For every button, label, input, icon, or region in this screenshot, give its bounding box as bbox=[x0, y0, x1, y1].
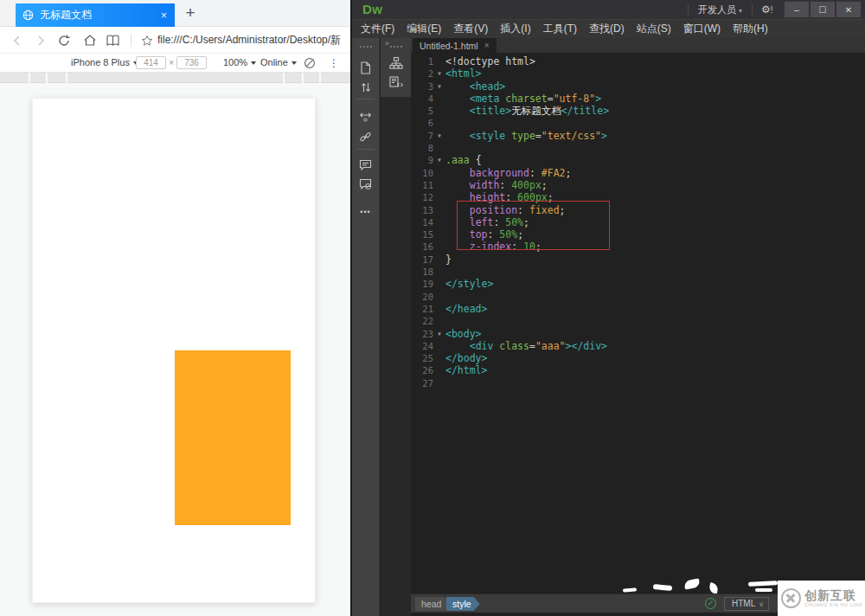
code-line[interactable]: 23▼<body> bbox=[411, 328, 865, 340]
code-line[interactable]: 11 width: 400px; bbox=[411, 179, 865, 191]
minimize-button[interactable]: – bbox=[785, 2, 809, 17]
remove-comment-icon[interactable] bbox=[358, 176, 374, 192]
panel-grip[interactable] bbox=[360, 46, 372, 48]
code-line[interactable]: 19</style> bbox=[411, 278, 865, 290]
more-options-icon[interactable]: ⋮ bbox=[327, 54, 341, 73]
menu-item[interactable]: 工具(T) bbox=[543, 22, 577, 36]
document-tab[interactable]: Untitled-1.html × bbox=[413, 38, 497, 53]
globe-icon bbox=[22, 10, 34, 21]
maximize-button[interactable]: ☐ bbox=[811, 2, 835, 17]
tab-close-icon[interactable]: × bbox=[161, 10, 167, 22]
panel-grip[interactable] bbox=[390, 46, 402, 48]
code-line[interactable]: 17} bbox=[411, 253, 865, 266]
sort-order-icon[interactable] bbox=[358, 80, 374, 95]
scribble-mark bbox=[755, 588, 772, 592]
preview-orange-div bbox=[175, 350, 291, 525]
code-line[interactable]: 6 bbox=[411, 117, 865, 129]
menu-item[interactable]: 文件(F) bbox=[361, 22, 394, 36]
code-line[interactable]: 20 bbox=[411, 291, 865, 303]
viewport-height-input[interactable] bbox=[176, 56, 207, 69]
new-document-icon[interactable] bbox=[358, 60, 374, 75]
ruler-tick bbox=[29, 73, 30, 83]
toolbar-divider bbox=[131, 34, 131, 47]
address-bar-url[interactable]: file:///C:/Users/Administrator/Desktop/新 bbox=[157, 27, 350, 54]
window-controls: – ☐ ✕ bbox=[785, 2, 861, 17]
more-tools-icon[interactable]: ••• bbox=[358, 204, 374, 220]
tag-selector-head[interactable]: head bbox=[415, 597, 450, 611]
select-caret-icon: ∨ bbox=[759, 599, 764, 611]
close-button[interactable]: ✕ bbox=[836, 2, 861, 17]
home-button[interactable] bbox=[80, 27, 100, 54]
new-tab-button[interactable]: + bbox=[180, 3, 201, 23]
code-line[interactable]: 25</body> bbox=[411, 352, 865, 364]
ruler-tick bbox=[302, 73, 304, 83]
code-line[interactable]: 24 <div class="aaa"></div> bbox=[411, 340, 865, 352]
code-line[interactable]: 18 bbox=[411, 266, 865, 278]
menu-item[interactable]: 编辑(E) bbox=[407, 22, 441, 36]
code-editor: Untitled-1.html × 1<!doctype html>2▼<htm… bbox=[411, 38, 865, 616]
browser-tab-title: 无标题文档 bbox=[40, 8, 161, 22]
watermark: 创新互联 CHUANG XIN HU LIAN bbox=[778, 581, 865, 616]
caret-down-icon bbox=[292, 61, 297, 65]
code-line[interactable]: 4 <meta charset="utf-8"> bbox=[411, 93, 865, 105]
sync-settings-gear-icon[interactable]: ⚙! bbox=[761, 0, 773, 19]
code-line[interactable]: 9▼.aaa { bbox=[411, 154, 865, 166]
fit-width-icon[interactable] bbox=[358, 109, 374, 125]
workspace-switcher[interactable]: 开发人员 ▾ bbox=[698, 0, 742, 19]
code-line[interactable]: 2▼<html> bbox=[411, 67, 865, 80]
code-line[interactable]: 3▼ <head> bbox=[411, 80, 865, 93]
doc-type-select[interactable]: HTML ∨ bbox=[724, 597, 769, 611]
menu-item[interactable]: 窗口(W) bbox=[683, 22, 721, 36]
menu-item[interactable]: 插入(I) bbox=[500, 22, 530, 36]
site-map-icon[interactable] bbox=[388, 55, 404, 71]
dw-logo: Dw bbox=[362, 2, 383, 16]
browser-tab[interactable]: 无标题文档 × bbox=[16, 3, 175, 27]
code-line[interactable]: 22 bbox=[411, 315, 865, 327]
dimension-times-label: × bbox=[169, 54, 174, 72]
watermark-title: 创新互联 bbox=[804, 589, 862, 602]
watermark-logo-icon bbox=[781, 588, 801, 608]
block-icon[interactable] bbox=[301, 54, 318, 73]
code-view-icon[interactable] bbox=[388, 74, 404, 90]
code-area[interactable]: 1<!doctype html>2▼<html>3▼ <head>4 <meta… bbox=[411, 53, 865, 594]
ruler-tick bbox=[46, 73, 48, 83]
device-selector[interactable]: iPhone 8 Plus bbox=[71, 54, 138, 72]
menu-item[interactable]: 查找(D) bbox=[589, 22, 625, 36]
annotation-red-box bbox=[457, 201, 610, 250]
ruler-tick bbox=[319, 73, 321, 83]
expand-panels-icon[interactable]: » bbox=[385, 39, 388, 48]
ruler bbox=[0, 73, 350, 83]
code-line[interactable]: 8 bbox=[411, 142, 865, 154]
zoom-selector[interactable]: 100% bbox=[223, 54, 256, 72]
comment-icon[interactable] bbox=[358, 157, 374, 173]
code-line[interactable]: 1<!doctype html> bbox=[411, 55, 865, 67]
tag-selector-style[interactable]: style bbox=[446, 597, 480, 611]
browser-window: 无标题文档 × + file:///C:/Users/Administrator… bbox=[0, 0, 350, 616]
menu-item[interactable]: 帮助(H) bbox=[733, 22, 768, 36]
code-line[interactable]: 10 background: #FA2; bbox=[411, 167, 865, 179]
document-tab-close-icon[interactable]: × bbox=[484, 41, 490, 50]
menu-item[interactable]: 站点(S) bbox=[637, 22, 671, 36]
code-line[interactable]: 27 bbox=[411, 377, 865, 389]
reading-list-icon[interactable] bbox=[102, 27, 123, 54]
toolbar-separator bbox=[357, 99, 375, 99]
titlebar-divider bbox=[688, 4, 689, 15]
code-line[interactable]: 26</html> bbox=[411, 364, 865, 376]
dw-menubar: 文件(F)编辑(E)查看(V)插入(I)工具(T)查找(D)站点(S)窗口(W)… bbox=[352, 19, 865, 38]
network-selector[interactable]: Online bbox=[260, 54, 297, 72]
bookmark-star-icon[interactable] bbox=[138, 27, 157, 54]
hyperlink-icon[interactable] bbox=[358, 129, 374, 144]
forward-button[interactable] bbox=[31, 27, 50, 54]
caret-down-icon bbox=[251, 61, 256, 65]
code-line[interactable]: 21</head> bbox=[411, 303, 865, 315]
back-button[interactable] bbox=[7, 27, 26, 54]
menu-item[interactable]: 查看(V) bbox=[453, 22, 488, 36]
toolbar-separator bbox=[357, 149, 375, 150]
device-viewport-page bbox=[32, 98, 316, 603]
dw-files-column bbox=[381, 38, 411, 616]
refresh-button[interactable] bbox=[54, 27, 74, 54]
viewport-width-input[interactable] bbox=[136, 56, 166, 69]
code-line[interactable]: 5 <title>无标题文档</title> bbox=[411, 105, 865, 117]
code-line[interactable]: 7▼ <style type="text/css"> bbox=[411, 130, 865, 142]
titlebar-divider bbox=[752, 4, 753, 15]
